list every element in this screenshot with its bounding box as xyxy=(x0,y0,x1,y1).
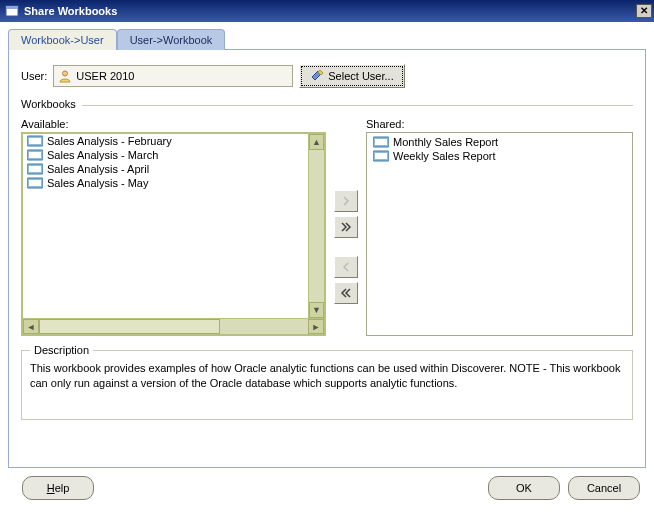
user-icon xyxy=(58,69,72,83)
tabs-area: Workbook->User User->Workbook xyxy=(0,22,654,50)
svg-rect-16 xyxy=(375,153,387,159)
app-icon xyxy=(4,3,20,19)
available-listbox[interactable]: Sales Analysis - February Sales Analysis… xyxy=(21,132,326,336)
tab-workbook-user[interactable]: Workbook->User xyxy=(8,29,117,50)
double-chevron-left-icon xyxy=(340,288,352,298)
window-title: Share Workbooks xyxy=(24,5,636,17)
list-item-label: Sales Analysis - March xyxy=(47,149,158,161)
description-text: This workbook provides examples of how O… xyxy=(30,361,624,391)
workbook-icon xyxy=(373,150,389,162)
list-item[interactable]: Sales Analysis - April xyxy=(23,162,324,176)
svg-rect-14 xyxy=(375,139,387,145)
workbook-icon xyxy=(27,177,43,189)
help-rest: elp xyxy=(55,482,70,494)
move-all-right-button[interactable] xyxy=(334,216,358,238)
svg-rect-8 xyxy=(29,152,41,158)
cancel-button[interactable]: Cancel xyxy=(568,476,640,500)
shared-listbox[interactable]: Monthly Sales Report Weekly Sales Report xyxy=(366,132,633,336)
select-user-label: Select User... xyxy=(328,70,393,82)
description-legend: Description xyxy=(30,344,93,356)
list-item-label: Sales Analysis - February xyxy=(47,135,172,147)
move-left-button[interactable] xyxy=(334,256,358,278)
user-label: User: xyxy=(21,70,47,82)
ok-button[interactable]: OK xyxy=(488,476,560,500)
list-item-label: Monthly Sales Report xyxy=(393,136,498,148)
workbooks-title-row: Workbooks xyxy=(21,98,633,112)
user-row: User: USER 2010 Select User... xyxy=(21,64,633,88)
help-button[interactable]: Help xyxy=(22,476,94,500)
svg-rect-6 xyxy=(29,138,41,144)
titlebar: Share Workbooks ✕ xyxy=(0,0,654,22)
workbook-icon xyxy=(27,163,43,175)
scroll-down-icon[interactable]: ▼ xyxy=(309,302,324,318)
tabs: Workbook->User User->Workbook xyxy=(8,28,646,50)
shared-column: Shared: Monthly Sales Report Weekly Sale… xyxy=(366,118,633,336)
workbook-icon xyxy=(27,149,43,161)
list-item[interactable]: Sales Analysis - May xyxy=(23,176,324,190)
user-field[interactable]: USER 2010 xyxy=(53,65,293,87)
workbook-icon xyxy=(27,135,43,147)
scroll-left-icon[interactable]: ◄ xyxy=(23,319,39,334)
select-user-button[interactable]: Select User... xyxy=(299,64,404,88)
flashlight-icon xyxy=(310,69,324,83)
list-item[interactable]: Sales Analysis - March xyxy=(23,148,324,162)
svg-rect-12 xyxy=(29,180,41,186)
description-fieldset: Description This workbook provides examp… xyxy=(21,350,633,420)
svg-point-2 xyxy=(63,71,68,76)
svg-rect-1 xyxy=(6,6,18,9)
scrollbar-horizontal[interactable]: ◄ ► xyxy=(23,318,324,334)
scroll-right-icon[interactable]: ► xyxy=(308,319,324,334)
tab-content: User: USER 2010 Select User... Workbooks… xyxy=(8,50,646,468)
lists-row: Available: Sales Analysis - February Sal… xyxy=(21,118,633,336)
list-item-label: Sales Analysis - April xyxy=(47,163,149,175)
list-item[interactable]: Weekly Sales Report xyxy=(369,149,630,163)
list-item[interactable]: Sales Analysis - February xyxy=(23,134,324,148)
list-item-label: Weekly Sales Report xyxy=(393,150,496,162)
chevron-left-icon xyxy=(341,262,351,272)
scroll-thumb[interactable] xyxy=(39,319,220,334)
workbook-icon xyxy=(373,136,389,148)
list-item-label: Sales Analysis - May xyxy=(47,177,148,189)
list-item[interactable]: Monthly Sales Report xyxy=(369,135,630,149)
divider xyxy=(82,105,633,106)
transfer-buttons xyxy=(334,118,358,336)
svg-rect-10 xyxy=(29,166,41,172)
scroll-up-icon[interactable]: ▲ xyxy=(309,134,324,150)
scroll-track[interactable] xyxy=(220,319,308,334)
move-all-left-button[interactable] xyxy=(334,282,358,304)
available-label: Available: xyxy=(21,118,326,130)
tab-user-workbook[interactable]: User->Workbook xyxy=(117,29,226,50)
shared-label: Shared: xyxy=(366,118,633,130)
close-icon[interactable]: ✕ xyxy=(636,4,652,18)
double-chevron-right-icon xyxy=(340,222,352,232)
scrollbar-vertical[interactable]: ▲ ▼ xyxy=(308,134,324,318)
move-right-button[interactable] xyxy=(334,190,358,212)
available-column: Available: Sales Analysis - February Sal… xyxy=(21,118,326,336)
footer: Help OK Cancel xyxy=(0,476,654,504)
chevron-right-icon xyxy=(341,196,351,206)
user-value: USER 2010 xyxy=(76,70,134,82)
workbooks-label: Workbooks xyxy=(21,98,76,110)
